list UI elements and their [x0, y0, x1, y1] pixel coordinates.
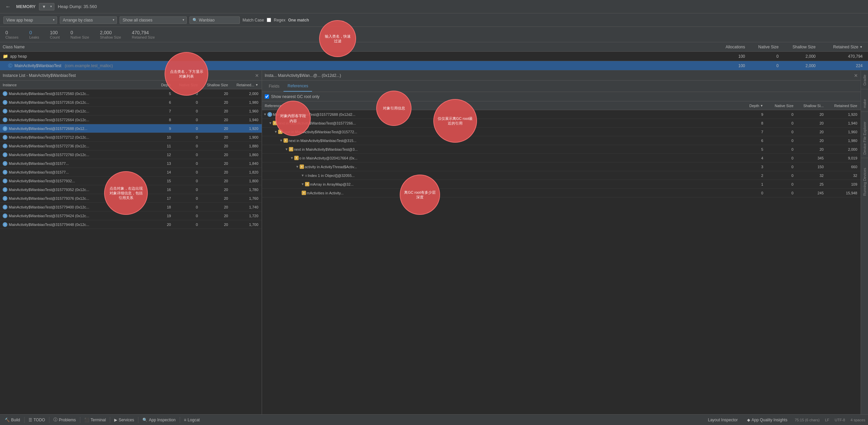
instance-row[interactable]: i MainActivity$WanbiaoTest@315772688 (0x…: [0, 124, 262, 133]
ref-list[interactable]: ▼ i MainActivity$WanbiaoTest@315772688 (…: [262, 110, 861, 414]
ref-row[interactable]: ▼ f next in MainActivity$WanbiaoTest@315…: [262, 136, 861, 145]
ref-retained: 32: [827, 173, 861, 177]
spaces: 4 spaces: [850, 418, 865, 422]
ref-depth: 9: [740, 112, 767, 117]
ref-col-reference[interactable]: Reference: [262, 104, 740, 108]
sidebar-running-devices[interactable]: Running Devices: [862, 165, 867, 198]
logcat-button[interactable]: ≡ Logcat: [182, 417, 202, 423]
mainactivity-alloc: 100: [710, 63, 750, 68]
expand-arrow: ▼: [279, 139, 283, 142]
search-input[interactable]: [199, 18, 232, 23]
terminal-button[interactable]: ⬛ Terminal: [82, 417, 108, 423]
instance-name: i MainActivity$WanbiaoTest@315772712 (0x…: [0, 135, 154, 140]
app-inspection-button[interactable]: 🔍 App Inspection: [141, 417, 177, 423]
memory-dropdown[interactable]: ▼: [39, 3, 54, 10]
match-case-checkbox-label[interactable]: [267, 18, 271, 22]
sidebar-device-file[interactable]: Device File Explorer: [862, 119, 867, 157]
ref-col-shallow[interactable]: Shallow Si...: [797, 104, 827, 108]
field-icon: f: [300, 164, 304, 169]
instance-row[interactable]: i MainActivity$WanbiaoTest@315772616 (0x…: [0, 98, 262, 107]
inst-depth: 19: [154, 214, 174, 218]
inst-native: 0: [174, 188, 201, 192]
instance-row[interactable]: i MainActivity$WanbiaoTest@315779448 (0x…: [0, 220, 262, 229]
arrange-by-select[interactable]: Arrange by class: [60, 17, 117, 24]
instance-row[interactable]: i MainActivity$WanbiaoTest@315772760 (0x…: [0, 151, 262, 159]
col-alloc[interactable]: Allocations: [710, 45, 750, 50]
inst-col-instance[interactable]: Instance: [0, 83, 154, 87]
leaks-label: Leaks: [29, 35, 39, 39]
view-heap-select[interactable]: View app heap: [3, 17, 57, 24]
inst-shallow: 20: [201, 214, 231, 218]
ref-row[interactable]: ▼ f o in MainActivity@320417664 (0x... 4…: [262, 154, 861, 162]
inst-depth: 18: [154, 205, 174, 209]
ref-col-native[interactable]: Native Size: [767, 104, 797, 108]
ref-row[interactable]: ▼ f mArray in ArrayMap@32... 1 0 25 109: [262, 180, 861, 189]
match-case-checkbox[interactable]: [267, 18, 271, 22]
instance-row[interactable]: i MainActivity$WanbiaoTest@31577... 14 0…: [0, 168, 262, 176]
col-native[interactable]: Native Size: [750, 45, 784, 50]
ref-retained: 9,019: [827, 156, 861, 160]
build-button[interactable]: 🔨 Build: [3, 417, 22, 423]
ref-shallow: 20: [797, 148, 827, 152]
instance-row[interactable]: i MainActivity$WanbiaoTest@31577932... 1…: [0, 176, 262, 185]
show-classes-select[interactable]: Show all classes: [120, 17, 187, 24]
services-button[interactable]: ▶ Services: [112, 417, 136, 423]
inst-retained: 1,960: [231, 109, 262, 113]
build-label: Build: [11, 418, 20, 422]
ref-col-depth[interactable]: Depth: [740, 104, 767, 108]
problems-button[interactable]: ⓘ Problems: [52, 416, 78, 423]
classes-label: Classes: [5, 35, 19, 39]
instance-list[interactable]: i MainActivity$WanbiaoTest@315772560 (0x…: [0, 89, 262, 414]
ref-row[interactable]: ▼ f next in MainActivity$WanbiaoTest@315…: [262, 128, 861, 136]
back-button[interactable]: ←: [3, 3, 13, 10]
col-shallow[interactable]: Shallow Size: [784, 45, 821, 50]
info-icon: i: [3, 109, 7, 113]
instance-panel-close[interactable]: ✕: [255, 73, 259, 78]
ref-row[interactable]: ▼ i MainActivity$WanbiaoTest@315772688 (…: [262, 110, 861, 119]
instance-row[interactable]: i MainActivity$WanbiaoTest@315772560 (0x…: [0, 89, 262, 98]
ref-row[interactable]: ▼ f activity in ActivityThread$Activ... …: [262, 162, 861, 171]
instance-row[interactable]: i MainActivity$WanbiaoTest@31577... 13 0…: [0, 159, 262, 168]
ref-row[interactable]: ▼ ≡ Index 1 in Object[]@32055... 2 0 32 …: [262, 171, 861, 180]
inst-shallow: 20: [201, 127, 231, 131]
instance-row[interactable]: i MainActivity$WanbiaoTest@315779424 (0x…: [0, 211, 262, 220]
instance-row[interactable]: i MainActivity$WanbiaoTest@315779376 (0x…: [0, 194, 262, 203]
inst-col-retained[interactable]: Retained...: [231, 83, 262, 87]
inst-retained: 1,920: [231, 127, 262, 131]
col-retained[interactable]: Retained Size: [821, 45, 868, 50]
class-row-mainactivity[interactable]: Ⓒ MainActivity$WanbiaoTest (com.example.…: [0, 61, 868, 70]
expand-arrow: ▼: [274, 130, 277, 134]
layout-inspector-button[interactable]: Layout Inspector: [706, 417, 740, 423]
ref-row[interactable]: f mActivities in Activity... 0 0 245 15,…: [262, 189, 861, 197]
top-bar: ← MEMORY ▼ Heap Dump: 35.560: [0, 0, 868, 13]
todo-button[interactable]: ☰ TODO: [27, 417, 47, 423]
ref-col-retained[interactable]: Retained Size: [827, 104, 861, 108]
inst-retained: 2,000: [231, 92, 262, 96]
regex-label: Regex: [274, 18, 285, 23]
status-sep-1: [24, 417, 25, 423]
gc-root-checkbox[interactable]: [265, 94, 269, 99]
instance-row[interactable]: i MainActivity$WanbiaoTest@315772664 (0x…: [0, 116, 262, 124]
instance-row[interactable]: i MainActivity$WanbiaoTest@315772712 (0x…: [0, 133, 262, 142]
class-row-app-heap[interactable]: 📁 app heap 100 0 2,000 470,794: [0, 52, 868, 61]
inst-col-native[interactable]: Native Size: [174, 83, 201, 87]
ref-panel-close[interactable]: ✕: [854, 73, 858, 78]
col-class-name[interactable]: Class Name: [0, 45, 710, 50]
app-quality-button[interactable]: ◆ App Quality Insights: [745, 417, 789, 423]
inst-retained: 1,840: [231, 161, 262, 165]
sidebar-gradle[interactable]: Gradle: [862, 72, 867, 88]
inst-col-shallow[interactable]: Shallow Size: [201, 83, 231, 87]
tab-fields[interactable]: Fields: [265, 80, 283, 92]
ref-row[interactable]: ▼ f next in MainActivity$WanbiaoTest@315…: [262, 119, 861, 128]
inst-col-depth[interactable]: Depth: [154, 83, 174, 87]
ref-row[interactable]: ▼ f next in MainActivity$WanbiaoTest@3..…: [262, 145, 861, 154]
instance-row[interactable]: i MainActivity$WanbiaoTest@315772640 (0x…: [0, 107, 262, 116]
instance-row[interactable]: i MainActivity$WanbiaoTest@315772736 (0x…: [0, 142, 262, 151]
instance-row[interactable]: i MainActivity$WanbiaoTest@315779352 (0x…: [0, 185, 262, 194]
app-heap-shallow: 2,000: [784, 54, 821, 59]
tab-references[interactable]: References: [283, 80, 312, 92]
sidebar-make[interactable]: make: [862, 96, 867, 111]
inst-retained: 1,700: [231, 223, 262, 227]
instance-row[interactable]: i MainActivity$WanbiaoTest@315779400 (0x…: [0, 203, 262, 211]
ref-shallow: 25: [797, 182, 827, 186]
